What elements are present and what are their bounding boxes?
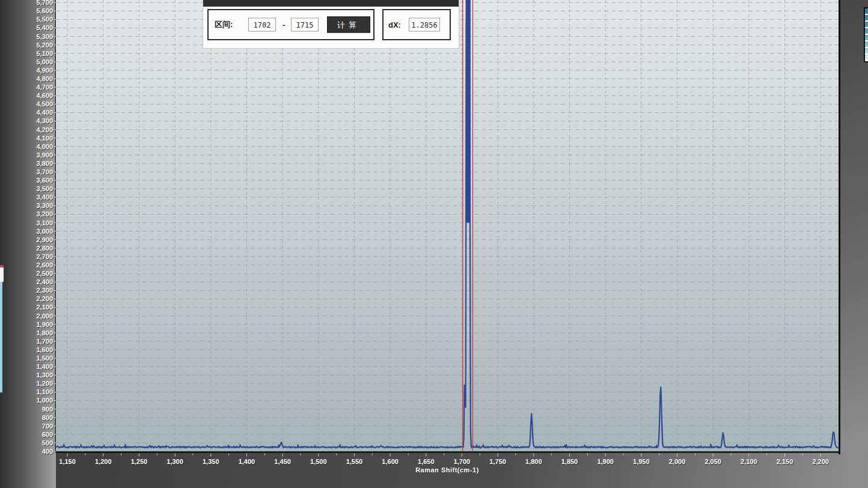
dialog-title-bar[interactable] bbox=[203, 0, 459, 7]
x-tick-label: 1,650 bbox=[407, 458, 445, 465]
x-axis-labels: 1,1501,2001,2501,3001,3501,4001,4501,500… bbox=[0, 0, 868, 488]
x-tick-label: 1,250 bbox=[120, 458, 158, 465]
x-tick-label: 2,100 bbox=[730, 458, 768, 465]
x-tick-label: 1,350 bbox=[192, 458, 230, 465]
background-window-edge-white bbox=[0, 267, 4, 282]
calculate-button[interactable]: 计算 bbox=[327, 17, 370, 33]
x-tick-label: 1,900 bbox=[586, 458, 625, 465]
x-tick-label: 1,700 bbox=[442, 458, 481, 465]
x-tick-label: 1,550 bbox=[335, 458, 373, 465]
background-window-edge-blue bbox=[0, 282, 2, 392]
dx-value-input[interactable] bbox=[409, 18, 440, 32]
dx-label: dX: bbox=[388, 20, 401, 29]
interval-from-input[interactable] bbox=[248, 18, 276, 32]
x-tick-label: 1,300 bbox=[156, 458, 194, 465]
x-tick-label: 2,150 bbox=[765, 458, 804, 465]
x-tick-label: 1,600 bbox=[371, 458, 409, 465]
interval-group-box: 区间: - 计算 bbox=[207, 9, 374, 40]
x-tick-label: 1,500 bbox=[299, 458, 338, 465]
app-window: 4005006007008009001,0001,1001,2001,3001,… bbox=[0, 0, 868, 488]
interval-to-input[interactable] bbox=[291, 18, 319, 32]
x-tick-label: 1,850 bbox=[550, 458, 588, 465]
x-tick-label: 1,450 bbox=[263, 458, 302, 465]
dx-group-box: dX: bbox=[382, 9, 451, 40]
x-tick-label: 1,400 bbox=[227, 458, 266, 465]
interval-label: 区间: bbox=[215, 19, 233, 30]
x-tick-label: 2,050 bbox=[694, 458, 732, 465]
x-tick-label: 1,800 bbox=[515, 458, 553, 465]
x-tick-label: 2,200 bbox=[801, 458, 840, 465]
x-axis-title: Raman Shift(cm-1) bbox=[56, 466, 839, 474]
interval-measurement-dialog: 区间: - 计算 dX: bbox=[203, 0, 459, 49]
range-separator: - bbox=[283, 20, 285, 29]
x-tick-label: 1,150 bbox=[48, 458, 87, 465]
background-window-edge-teal bbox=[864, 7, 868, 63]
x-tick-label: 1,950 bbox=[622, 458, 661, 465]
x-tick-label: 1,750 bbox=[478, 458, 517, 465]
x-tick-label: 2,000 bbox=[658, 458, 696, 465]
x-tick-label: 1,200 bbox=[84, 458, 123, 465]
